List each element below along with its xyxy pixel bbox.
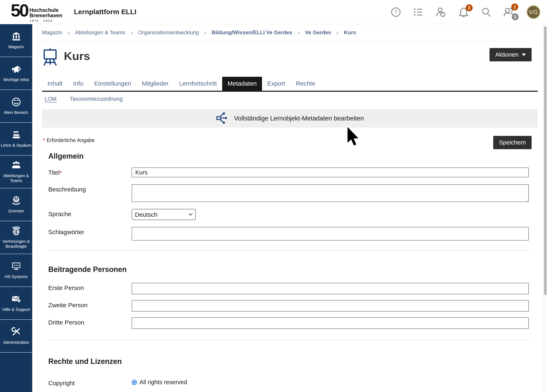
breadcrumb-item[interactable]: Kurs <box>344 29 356 36</box>
titel-input[interactable] <box>132 168 529 177</box>
university-logo: 50 Hochschule Bremerhaven 1975 - 2025 <box>11 2 62 22</box>
tab-einstellungen[interactable]: Einstellungen <box>89 77 136 91</box>
field-label-titel: Titel* <box>42 168 132 176</box>
breadcrumb-item[interactable]: Abteilungen & Teams <box>75 29 125 36</box>
monitor-icon <box>12 262 21 272</box>
smiley-icon <box>12 97 21 108</box>
tools-icon <box>12 327 21 338</box>
scrollbar-thumb[interactable] <box>544 26 547 295</box>
contacts-badge-bottom: 1 <box>512 13 519 20</box>
svg-text:?: ? <box>18 299 20 302</box>
tab-lernfortschritt[interactable]: Lernfortschritt <box>174 77 222 91</box>
tab-export[interactable]: Export <box>262 77 291 91</box>
field-label-beschreibung: Beschreibung <box>42 184 132 193</box>
copyright-radio[interactable] <box>132 380 137 385</box>
logo-50: 50 <box>11 2 28 19</box>
notifications-badge: 2 <box>466 4 473 11</box>
sidebar-item-wichtige-infos[interactable]: Wichtige Infos <box>0 57 32 90</box>
schlagwoerter-input[interactable] <box>132 227 529 241</box>
field-label-schlagwoerter: Schlagwörter <box>42 227 132 236</box>
field-label-sprache: Sprache <box>42 209 132 217</box>
user-avatar[interactable]: VG <box>526 7 541 17</box>
sidebar-item-abteilungen-teams[interactable]: Abteilungen & Teams <box>0 155 32 189</box>
todo-list-icon[interactable] <box>413 7 424 17</box>
top-header: 50 Hochschule Bremerhaven 1975 - 2025 Le… <box>0 0 547 24</box>
svg-text:?: ? <box>394 9 397 15</box>
edit-full-metadata-banner[interactable]: Vollständige Lernobjekt-Metadaten bearbe… <box>42 109 538 128</box>
section-title-allgemein: Allgemein <box>48 152 543 161</box>
chevron-right-icon: › <box>131 29 133 36</box>
breadcrumb-item[interactable]: Ve Gerdes <box>305 29 331 36</box>
sprache-select[interactable]: Deutsch <box>132 209 196 220</box>
field-label-erste-person: Erste Person <box>42 283 132 291</box>
erste-person-input[interactable] <box>132 283 529 294</box>
app-title: Lernplattform ELLI <box>74 8 136 16</box>
vertical-scrollbar[interactable] <box>543 24 547 392</box>
tab-bar: Inhalt Info Einstellungen Mitglieder Ler… <box>42 77 538 92</box>
section-title-beitragende: Beitragende Personen <box>48 265 543 274</box>
required-note: *Erforderliche Angabe <box>43 137 95 143</box>
zweite-person-input[interactable] <box>132 300 529 311</box>
hub-share-icon <box>216 112 229 125</box>
tab-metadaten[interactable]: Metadaten <box>222 77 262 91</box>
section-title-rechte: Rechte und Lizenzen <box>48 357 543 366</box>
sidebar-item-magazin[interactable]: Magazin <box>0 24 32 57</box>
chevron-right-icon: › <box>204 29 206 36</box>
section-divider <box>48 339 529 340</box>
course-easel-icon <box>42 48 58 67</box>
field-label-copyright: Copyright <box>42 378 132 387</box>
main-content: Kurs Aktionen Inhalt Info Einstellungen … <box>32 41 543 392</box>
sidebar-item-mein-bereich[interactable]: Mein Bereich <box>0 90 32 123</box>
mail-question-icon: ? <box>12 294 21 304</box>
tab-mitglieder[interactable]: Mitglieder <box>137 77 174 91</box>
committee-icon <box>12 196 21 206</box>
awareness-user-icon[interactable]: ! <box>436 7 446 17</box>
tab-inhalt[interactable]: Inhalt <box>42 77 68 91</box>
subtab-bar: LOM Taxonomiezuordnung <box>42 96 543 102</box>
books-icon <box>12 130 21 140</box>
field-label-zweite-person: Zweite Person <box>42 300 132 309</box>
sidebar-item-gremien[interactable]: Gremien <box>0 189 32 221</box>
breadcrumb-item[interactable]: Organisationsentwicklung <box>138 29 199 36</box>
copyright-radio-label: All rights reserved <box>139 379 187 386</box>
breadcrumb: Magazin › Abteilungen & Teams › Organisa… <box>32 24 543 41</box>
beschreibung-textarea[interactable] <box>132 184 529 202</box>
notifications-bell-icon[interactable]: 2 <box>458 7 469 17</box>
bank-icon <box>12 32 21 42</box>
breadcrumb-item[interactable]: Bildung/Wissen/ELLI Ve Gerdes <box>212 29 292 36</box>
help-icon[interactable]: ? <box>390 7 401 17</box>
search-icon[interactable] <box>481 7 492 17</box>
sidebar-item-lehre-studium[interactable]: Lehre & Studium <box>0 123 32 155</box>
tab-rechte[interactable]: Rechte <box>291 77 321 91</box>
sidebar-item-hs-systeme[interactable]: HS-Systeme <box>0 254 32 287</box>
field-label-dritte-person: Dritte Person <box>42 317 132 326</box>
breadcrumb-item[interactable]: Magazin <box>42 29 62 36</box>
svg-text:!: ! <box>443 13 444 17</box>
save-button[interactable]: Speichern <box>493 136 532 149</box>
actions-button[interactable]: Aktionen <box>490 48 532 61</box>
tab-info[interactable]: Info <box>68 77 89 91</box>
main-sidebar: Magazin Wichtige Infos Mein Bereich Lehr… <box>0 24 32 392</box>
megaphone-icon <box>12 64 21 75</box>
sidebar-item-hilfe-support[interactable]: ? Hilfe & Support <box>0 287 32 320</box>
people-group-icon <box>12 161 21 171</box>
chevron-right-icon: › <box>68 29 70 36</box>
section-divider <box>48 250 529 251</box>
banner-label: Vollständige Lernobjekt-Metadaten bearbe… <box>234 115 364 122</box>
chevron-down-icon <box>522 54 526 56</box>
chevron-right-icon: › <box>336 29 339 36</box>
globe-people-icon <box>12 226 21 237</box>
sidebar-item-administration[interactable]: Administration <box>0 320 32 353</box>
page-title: Kurs <box>64 49 90 63</box>
sidebar-item-vertretungen-beauftragte[interactable]: Vertretungen & Beauftragte <box>0 221 32 254</box>
contacts-icon[interactable]: 1 1 <box>504 7 514 17</box>
chevron-right-icon: › <box>298 29 300 36</box>
dritte-person-input[interactable] <box>132 317 529 329</box>
contacts-badge-top: 1 <box>511 3 518 10</box>
subtab-lom[interactable]: LOM <box>45 96 57 102</box>
subtab-taxonomiezuordnung[interactable]: Taxonomiezuordnung <box>70 96 123 102</box>
